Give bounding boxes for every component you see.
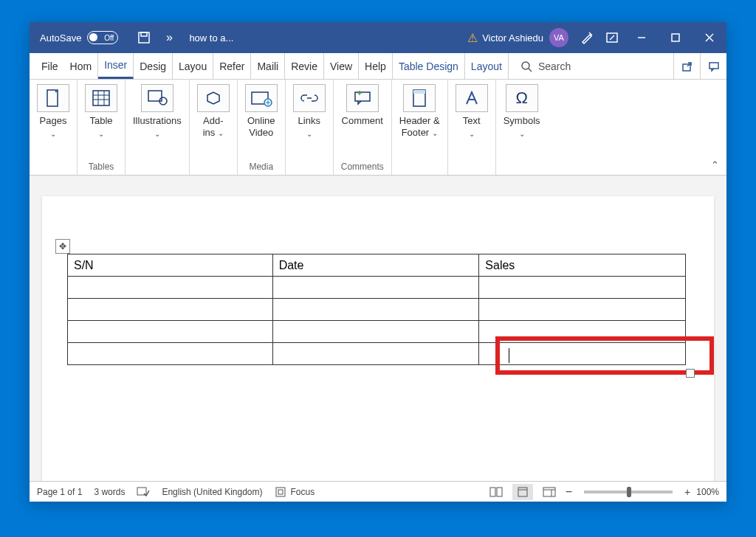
svg-rect-23	[413, 90, 425, 94]
user-account[interactable]: Victor Ashiedu VA	[482, 28, 568, 47]
table-row[interactable]	[68, 277, 686, 299]
ribbon-mode-icon[interactable]	[599, 22, 625, 53]
tab-design[interactable]: Desig	[134, 53, 173, 79]
table-row[interactable]	[68, 321, 686, 343]
group-text: Text ⌄	[448, 80, 496, 175]
svg-rect-28	[497, 488, 502, 496]
table-row[interactable]	[68, 343, 686, 365]
autosave-toggle[interactable]: AutoSave Off	[40, 31, 118, 44]
svg-rect-27	[490, 488, 495, 496]
save-icon[interactable]	[131, 22, 157, 53]
table-row[interactable]	[68, 299, 686, 321]
symbols-icon: Ω	[506, 84, 538, 112]
illustrations-button[interactable]: Illustrations ⌄	[133, 84, 182, 138]
header-sn[interactable]: S/N	[68, 254, 273, 277]
autosave-label: AutoSave	[40, 32, 81, 44]
titlebar: AutoSave Off » how to a... ⚠ Victor Ashi…	[30, 22, 726, 53]
group-pages: Pages ⌄	[30, 80, 78, 175]
spellcheck-icon[interactable]	[137, 486, 150, 498]
svg-rect-11	[47, 90, 58, 106]
window-controls	[625, 22, 726, 53]
search-button[interactable]: Search	[520, 53, 571, 79]
pages-icon	[37, 84, 69, 112]
comments-pane-icon[interactable]	[700, 53, 726, 80]
online-video-button[interactable]: OnlineVideo	[245, 84, 278, 138]
header-sales[interactable]: Sales	[479, 254, 686, 277]
avatar: VA	[549, 28, 568, 47]
page[interactable]: ✥ S/N Date Sales	[42, 196, 714, 481]
pages-button[interactable]: Pages ⌄	[37, 84, 69, 138]
autosave-switch[interactable]: Off	[87, 31, 118, 44]
tab-references[interactable]: Refer	[213, 53, 251, 79]
warning-icon: ⚠	[467, 31, 478, 45]
focus-icon	[275, 486, 286, 498]
tab-file[interactable]: File	[35, 53, 64, 79]
header-footer-icon	[403, 84, 436, 112]
ribbon-tabs: File Hom Inser Desig Layou Refer Maili R…	[30, 53, 726, 80]
text-button[interactable]: Text ⌄	[456, 84, 488, 138]
share-icon[interactable]	[673, 53, 700, 80]
group-comments: Comment Comments	[334, 80, 392, 175]
svg-rect-25	[276, 488, 285, 496]
symbols-button[interactable]: Ω Symbols ⌄	[504, 84, 540, 138]
tab-home[interactable]: Hom	[64, 53, 99, 79]
table-move-handle-icon[interactable]: ✥	[55, 239, 70, 254]
read-mode-icon[interactable]	[486, 484, 506, 500]
document-area[interactable]: ✥ S/N Date Sales	[30, 176, 726, 481]
group-title-tables: Tables	[89, 159, 114, 172]
minimize-button[interactable]	[625, 22, 659, 53]
group-title-comments: Comments	[341, 159, 384, 172]
svg-line-8	[529, 69, 532, 72]
tab-help[interactable]: Help	[359, 53, 393, 79]
group-addins: Add-ins ⌄	[190, 80, 238, 175]
video-icon	[245, 84, 278, 112]
collapse-ribbon-icon[interactable]: ⌃	[711, 159, 719, 170]
zoom-slider[interactable]	[584, 491, 673, 493]
tab-insert[interactable]: Inser	[98, 53, 134, 79]
ribbon: Pages ⌄ Table ⌄ Tables	[30, 80, 726, 176]
maximize-button[interactable]	[659, 22, 693, 53]
group-title-media: Media	[249, 159, 273, 172]
chevron-down-icon: ⌄	[306, 130, 312, 138]
header-footer-button[interactable]: Header &Footer ⌄	[399, 84, 440, 138]
page-indicator[interactable]: Page 1 of 1	[37, 487, 82, 497]
print-layout-icon[interactable]	[512, 484, 533, 500]
document-title: how to a...	[189, 32, 233, 44]
chevron-down-icon: ⌄	[50, 130, 56, 138]
addins-icon	[197, 84, 230, 112]
table-resize-handle-icon[interactable]	[686, 369, 695, 378]
document-table[interactable]: S/N Date Sales	[67, 254, 686, 365]
tab-layout[interactable]: Layou	[173, 53, 213, 79]
addins-button[interactable]: Add-ins ⌄	[197, 84, 230, 138]
more-qat-icon[interactable]: »	[157, 22, 182, 53]
table-row[interactable]: S/N Date Sales	[68, 254, 686, 277]
zoom-level[interactable]: 100%	[696, 487, 719, 497]
header-date[interactable]: Date	[272, 254, 479, 277]
autosave-state: Off	[104, 34, 114, 42]
tab-table-design[interactable]: Table Design	[393, 53, 465, 79]
language-indicator[interactable]: English (United Kingdom)	[162, 487, 262, 497]
tab-view[interactable]: View	[324, 53, 359, 79]
zoom-out-button[interactable]: −	[566, 485, 572, 499]
comment-button[interactable]: Comment	[342, 84, 383, 127]
tab-review[interactable]: Revie	[285, 53, 324, 79]
table-button[interactable]: Table ⌄	[85, 84, 117, 138]
svg-rect-1	[141, 32, 147, 36]
svg-rect-29	[518, 488, 527, 496]
tab-table-layout[interactable]: Layout	[465, 53, 509, 79]
chevron-down-icon: ⌄	[469, 130, 475, 138]
tab-mailings[interactable]: Maili	[251, 53, 285, 79]
zoom-in-button[interactable]: +	[684, 486, 690, 498]
group-links: Links ⌄	[286, 80, 334, 175]
word-count[interactable]: 3 words	[94, 487, 125, 497]
text-cursor	[509, 348, 509, 363]
web-layout-icon[interactable]	[539, 484, 560, 500]
links-button[interactable]: Links ⌄	[293, 84, 326, 138]
chevron-down-icon: ⌄	[98, 130, 104, 138]
text-icon	[456, 84, 488, 112]
pen-icon[interactable]	[574, 22, 599, 53]
focus-mode-button[interactable]: Focus	[275, 486, 315, 498]
chevron-down-icon: ⌄	[154, 130, 160, 138]
close-button[interactable]	[693, 22, 726, 53]
svg-rect-26	[278, 490, 283, 494]
